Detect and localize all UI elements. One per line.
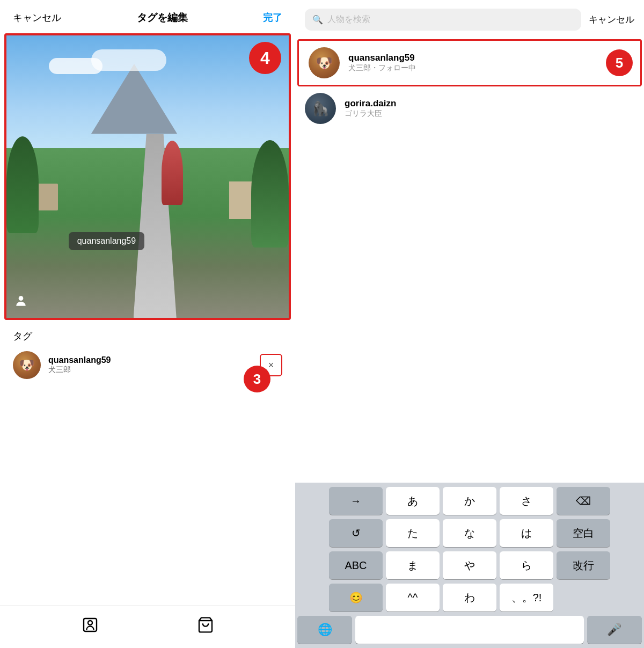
tree-right: [251, 140, 289, 247]
keyboard-bottom-row: 🌐 🎤: [297, 616, 642, 644]
shopping-icon[interactable]: [197, 616, 214, 637]
remove-btn-container: × 3: [260, 354, 282, 376]
cancel-button[interactable]: キャンセル: [13, 11, 61, 24]
user-sub-1: 犬三郎・フォロー中: [348, 63, 416, 73]
key-ta[interactable]: た: [386, 519, 440, 547]
tag-person-icon[interactable]: [82, 616, 99, 637]
search-cancel-button[interactable]: キャンセル: [589, 13, 634, 26]
user-list: 🐶 quansanlang59 犬三郎・フォロー中 5 🦍 gorira.dai…: [295, 39, 644, 483]
left-panel: キャンセル タグを編集 完了 quansanlang59: [0, 0, 295, 648]
tag-display-name: 犬三郎: [48, 365, 111, 375]
key-punct[interactable]: 、。?!: [500, 584, 553, 611]
key-emoji[interactable]: 😊: [329, 584, 383, 611]
key-spacebar[interactable]: [355, 616, 584, 644]
right-panel: 🔍 人物を検索 キャンセル 🐶 quansanlang59 犬三郎・フォロー中 …: [295, 0, 644, 648]
mountain: [91, 64, 177, 134]
badge-4: 4: [249, 42, 281, 74]
edit-tags-title: タグを編集: [137, 11, 188, 25]
done-button[interactable]: 完了: [263, 11, 282, 24]
key-return[interactable]: 改行: [557, 551, 610, 579]
tree-left: [6, 136, 39, 233]
keyboard-row-2: ↺ た な は 空白: [297, 519, 642, 547]
user-sub-2: ゴリラ大臣: [345, 109, 396, 119]
key-undo[interactable]: ↺: [329, 519, 383, 547]
key-ya[interactable]: や: [443, 551, 496, 579]
user-avatar-gorilla: 🦍: [305, 93, 336, 124]
tags-section: タグ 🐶 quansanlang59 犬三郎 × 3: [0, 320, 295, 385]
keyboard: → あ か さ ⌫ ↺ た な は 空白 ABC ま や ら 改行 😊 ^^ わ…: [295, 483, 644, 648]
user-username-2: gorira.daizn: [345, 98, 396, 109]
key-ma[interactable]: ま: [386, 551, 440, 579]
person-icon: [14, 294, 28, 311]
tag-item: 🐶 quansanlang59 犬三郎 × 3: [13, 351, 282, 379]
key-sa[interactable]: さ: [500, 487, 553, 515]
key-wa[interactable]: わ: [443, 584, 496, 611]
tree-red: [162, 141, 183, 205]
bottom-toolbar: [0, 605, 295, 648]
user-item-2[interactable]: 🦍 gorira.daizn ゴリラ大臣: [295, 86, 644, 130]
user-item-1[interactable]: 🐶 quansanlang59 犬三郎・フォロー中 5: [297, 39, 642, 86]
user-avatar-2: 🦍: [305, 93, 336, 124]
keyboard-row-1: → あ か さ ⌫: [297, 487, 642, 515]
key-arrow[interactable]: →: [329, 487, 383, 515]
avatar: 🐶: [13, 351, 41, 379]
key-mic[interactable]: 🎤: [587, 616, 642, 644]
badge-5: 5: [606, 49, 633, 76]
tags-title: タグ: [13, 330, 282, 343]
left-header: キャンセル タグを編集 完了: [0, 0, 295, 33]
search-header: 🔍 人物を検索 キャンセル: [295, 0, 644, 39]
key-abc[interactable]: ABC: [329, 551, 383, 579]
user-username-1: quansanlang59: [348, 53, 416, 63]
svg-point-2: [88, 621, 92, 625]
key-a[interactable]: あ: [386, 487, 440, 515]
key-caret[interactable]: ^^: [386, 584, 440, 611]
keyboard-row-3: ABC ま や ら 改行: [297, 551, 642, 579]
search-placeholder: 人物を検索: [327, 14, 370, 25]
avatar-dog-img: 🐶: [13, 351, 41, 379]
photo-tag-label[interactable]: quansanlang59: [69, 232, 144, 250]
key-na[interactable]: な: [443, 519, 496, 547]
key-ra[interactable]: ら: [500, 551, 553, 579]
key-globe[interactable]: 🌐: [297, 616, 352, 644]
tag-user-info: quansanlang59 犬三郎: [48, 355, 111, 375]
keyboard-row-4: 😊 ^^ わ 、。?!: [297, 584, 642, 611]
user-avatar-dog: 🐶: [309, 47, 340, 78]
search-box[interactable]: 🔍 人物を検索: [305, 9, 581, 31]
key-ka[interactable]: か: [443, 487, 496, 515]
badge-3: 3: [244, 366, 270, 392]
user-info-1: quansanlang59 犬三郎・フォロー中: [348, 53, 416, 73]
key-ha[interactable]: は: [500, 519, 553, 547]
photo-bg: [6, 35, 289, 318]
svg-point-0: [19, 296, 24, 301]
photo-container[interactable]: quansanlang59 4: [4, 33, 291, 320]
tag-username: quansanlang59: [48, 355, 111, 365]
cloud2: [91, 49, 166, 71]
key-space[interactable]: 空白: [557, 519, 610, 547]
user-info-2: gorira.daizn ゴリラ大臣: [345, 98, 396, 119]
key-backspace[interactable]: ⌫: [557, 487, 610, 515]
user-avatar-1: 🐶: [309, 47, 340, 78]
search-icon: 🔍: [312, 14, 323, 25]
tag-item-left: 🐶 quansanlang59 犬三郎: [13, 351, 111, 379]
